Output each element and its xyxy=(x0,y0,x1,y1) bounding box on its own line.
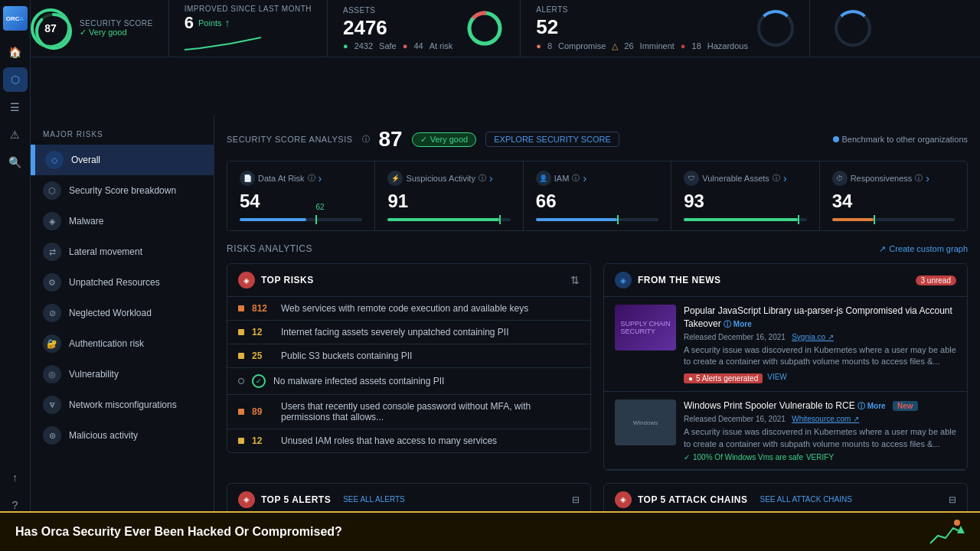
risk-item-5: 89 Users that recently used console pass… xyxy=(227,395,590,429)
data-at-risk-chevron-icon[interactable]: › xyxy=(318,172,322,184)
news-more-1[interactable]: ⓘ More xyxy=(724,320,752,328)
iam-info-icon[interactable]: ⓘ xyxy=(572,173,580,184)
top-risks-title: TOP RISKS xyxy=(261,275,314,285)
score-card-suspicious-activity: ⚡ Suspicious Activity ⓘ › 91 xyxy=(375,161,523,230)
risks-analytics-header: RISKS ANALYTICS ↗ Create custom graph xyxy=(227,243,968,254)
see-all-chains-link[interactable]: SEE ALL ATTACK CHAINS xyxy=(760,495,852,504)
sidebar-item-unpatched-resources[interactable]: ⚙ Unpatched Resources xyxy=(31,267,214,298)
news-alert-badge-1: ● 5 Alerts generated xyxy=(684,373,763,383)
sidebar-icon-grid[interactable]: ⬡ xyxy=(3,67,28,92)
risk-text-5: Users that recently used console passwor… xyxy=(281,401,580,422)
sidebar-item-neglected-workload[interactable]: ⊘ Neglected Workload xyxy=(31,298,214,328)
alert-dot-icon: ● xyxy=(688,374,693,383)
create-custom-graph-button[interactable]: ↗ Create custom graph xyxy=(879,244,968,254)
sort-icon[interactable]: ⇅ xyxy=(570,274,580,286)
nav-icon-security-score: ⬡ xyxy=(43,181,61,200)
assets-safe-label: Safe xyxy=(379,41,397,51)
suspicious-activity-info-icon[interactable]: ⓘ xyxy=(479,173,486,184)
graph-icon: ↗ xyxy=(879,244,886,254)
sidebar-icon-search[interactable]: 🔍 xyxy=(3,150,28,174)
top-risks-header: ◈ TOP RISKS ⇅ xyxy=(227,264,590,297)
check-icon: ✓ xyxy=(420,135,427,145)
suspicious-activity-chevron-icon[interactable]: › xyxy=(489,172,493,184)
vulnerable-assets-chevron-icon[interactable]: › xyxy=(783,172,787,184)
responsiveness-chevron-icon[interactable]: › xyxy=(926,172,929,184)
sidebar-item-security-score-breakdown[interactable]: ⬡ Security Score breakdown xyxy=(31,175,214,206)
news-new-badge-2: New xyxy=(893,401,918,411)
iam-chevron-icon[interactable]: › xyxy=(583,172,586,184)
explore-score-button[interactable]: EXPLORE SECURITY SCORE xyxy=(485,132,619,147)
sidebar-icon-list[interactable]: ☰ xyxy=(3,95,28,119)
sidebar-icon-share[interactable]: ↑ xyxy=(3,465,28,490)
data-at-risk-info-icon[interactable]: ⓘ xyxy=(308,173,315,184)
assets-label: ASSETS xyxy=(343,6,452,15)
sidebar-item-network-misconfigurations[interactable]: ⛛ Network misconfigurations xyxy=(31,390,214,420)
alerts-donut xyxy=(757,10,794,47)
trend-arrow-icon: ↑ xyxy=(225,17,230,29)
news-source-link-1[interactable]: Sygnia.co ↗ xyxy=(792,333,834,341)
score-card-responsiveness: ⏱ Responsiveness ⓘ › 34 xyxy=(820,161,967,230)
verify-button-2[interactable]: VERIFY xyxy=(806,453,834,461)
responsiveness-bar xyxy=(832,218,955,221)
suspicious-activity-marker xyxy=(499,215,501,224)
alerts-compromise-label: Compromise xyxy=(558,41,606,51)
improved-unit: Points xyxy=(198,18,222,28)
news-more-2[interactable]: ⓘ More xyxy=(858,402,886,410)
risk-indicator-6 xyxy=(238,438,244,444)
responsiveness-info-icon[interactable]: ⓘ xyxy=(915,173,923,184)
active-bar xyxy=(33,145,35,175)
top-risks-column: ◈ TOP RISKS ⇅ 812 Web services with remo… xyxy=(227,263,591,471)
sidebar-item-authentication-risk[interactable]: 🔐 Authentication risk xyxy=(31,328,214,359)
nav-text-security-score: Security Score breakdown xyxy=(69,185,176,196)
iam-label: IAM xyxy=(554,174,570,183)
footer-text: Has Orca Security Ever Been Hacked Or Co… xyxy=(15,525,911,539)
export-alerts-icon[interactable]: ⊟ xyxy=(572,494,580,505)
vulnerable-assets-icon: 🛡 xyxy=(684,171,699,186)
sidebar-item-malware[interactable]: ◈ Malware xyxy=(31,206,214,236)
score-analysis-info-icon[interactable]: ⓘ xyxy=(362,134,370,145)
top-risks-box: ◈ TOP RISKS ⇅ 812 Web services with remo… xyxy=(227,263,591,453)
iam-bar xyxy=(536,218,658,221)
risk-item-3: 25 Public S3 buckets containing PII xyxy=(227,344,590,368)
topbar-security-score: 87 SECURITY SCORE ✓ Very good xyxy=(15,0,169,57)
sidebar-item-malicious-activity[interactable]: ⊛ Malicious activity xyxy=(31,420,214,451)
responsiveness-label: Responsiveness xyxy=(851,174,913,183)
sidebar-item-overall[interactable]: ◇ Overall xyxy=(31,145,214,175)
news-safe-badge-2: ✓ 100% Of Windows Vms are safe VERIFY xyxy=(684,453,956,461)
view-button-1[interactable]: VIEW xyxy=(767,373,787,381)
from-the-news-column: ◈ FROM THE NEWS 3 unread SUPPLY CHAINSEC… xyxy=(603,263,968,471)
nav-icon-lateral: ⇄ xyxy=(43,243,61,261)
news-desc-1: A security issue was discovered in Kuber… xyxy=(684,344,956,368)
news-thumb-1: SUPPLY CHAINSECURITY xyxy=(615,305,676,350)
export-chains-icon[interactable]: ⊟ xyxy=(949,494,956,505)
risk-text-6: Unused IAM roles that have access to man… xyxy=(281,435,580,446)
responsiveness-fill xyxy=(832,218,874,221)
improved-label: IMPROVED SINCE LAST MONTH xyxy=(185,5,312,13)
sidebar-item-vulnerability[interactable]: ◎ Vulnerability xyxy=(31,359,214,390)
suspicious-activity-bar xyxy=(387,218,510,221)
topbar-alerts: ALERTS 52 ● 8 Compromise △ 26 Imminent ●… xyxy=(521,0,810,57)
vulnerable-assets-label: Vulnerable Assets xyxy=(702,174,769,183)
footer-chart-icon xyxy=(926,517,965,547)
risk-item-6: 12 Unused IAM roles that have access to … xyxy=(227,429,590,452)
nav-text-network: Network misconfigurations xyxy=(69,399,177,410)
vulnerable-assets-info-icon[interactable]: ⓘ xyxy=(773,173,780,184)
top-risks-icon: ◈ xyxy=(238,272,255,289)
see-all-alerts-link[interactable]: SEE ALL ALERTS xyxy=(343,495,405,504)
assets-atrisk-count: 44 xyxy=(413,41,423,51)
data-at-risk-icon: 📄 xyxy=(240,171,255,186)
alerts-hazardous-icon: ● xyxy=(681,41,686,51)
svg-point-1 xyxy=(37,15,70,48)
sidebar-icon-alert[interactable]: ⚠ xyxy=(3,122,28,147)
sidebar-item-lateral-movement[interactable]: ⇄ Lateral movement xyxy=(31,236,214,267)
top5-alerts-icon: ◈ xyxy=(238,491,255,508)
score-cards: 📄 Data At Risk ⓘ › 54 62 ⚡ Suspicious xyxy=(227,161,968,231)
nav-sidebar: MAJOR RISKS ◇ Overall ⬡ Security Score b… xyxy=(31,115,214,551)
loading-spinner-icon xyxy=(835,10,871,47)
topbar-assets: ASSETS 2476 ● 2432 Safe ● 44 At risk xyxy=(328,0,521,57)
sidebar-icon-home[interactable]: 🏠 xyxy=(3,40,28,64)
alerts-compromise-icon: ● xyxy=(536,41,541,51)
benchmark-dot-icon xyxy=(833,136,839,142)
data-at-risk-target: 62 xyxy=(315,203,324,211)
news-source-link-2[interactable]: Whitesource.com ↗ xyxy=(792,415,859,423)
